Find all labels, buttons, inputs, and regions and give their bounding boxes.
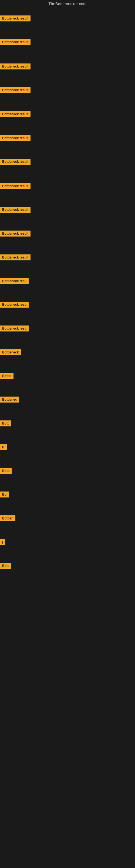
bottleneck-item-20: Bottl xyxy=(0,468,12,474)
bottleneck-item-21: Bo xyxy=(0,492,9,497)
bottleneck-badge-11: Bottleneck result xyxy=(0,254,31,260)
bottleneck-badge-16: Bottle xyxy=(0,373,13,379)
bottleneck-badge-20: Bottl xyxy=(0,468,12,474)
bottleneck-item-1: Bottleneck result xyxy=(0,16,31,22)
bottleneck-item-6: Bottleneck result xyxy=(0,135,31,141)
bottleneck-item-13: Bottleneck resu xyxy=(0,302,29,308)
bottleneck-item-16: Bottle xyxy=(0,373,13,379)
bottleneck-badge-17: Bottlenec xyxy=(0,397,19,403)
bottleneck-badge-24: Bott xyxy=(0,563,11,569)
bottleneck-badge-7: Bottleneck result xyxy=(0,159,31,165)
bottleneck-item-2: Bottleneck result xyxy=(0,39,31,45)
bottleneck-item-7: Bottleneck result xyxy=(0,159,31,165)
bottleneck-item-14: Bottleneck resu xyxy=(0,326,29,332)
bottleneck-badge-8: Bottleneck result xyxy=(0,183,31,189)
bottleneck-badge-10: Bottleneck result xyxy=(0,230,31,237)
bottleneck-badge-1: Bottleneck result xyxy=(0,16,31,22)
bottleneck-item-10: Bottleneck result xyxy=(0,230,31,237)
bottleneck-item-19: B xyxy=(0,444,7,450)
bottleneck-item-17: Bottlenec xyxy=(0,397,19,403)
bottleneck-badge-4: Bottleneck result xyxy=(0,87,31,93)
bottleneck-item-22: Bottlen xyxy=(0,516,15,521)
bottleneck-badge-12: Bottleneck resu xyxy=(0,278,29,284)
bottleneck-item-18: Bott xyxy=(0,421,11,426)
bottleneck-item-8: Bottleneck result xyxy=(0,183,31,189)
bottleneck-badge-15: Bottleneck xyxy=(0,349,21,355)
bottleneck-item-12: Bottleneck resu xyxy=(0,278,29,284)
bottleneck-item-3: Bottleneck result xyxy=(0,63,31,69)
bottleneck-item-15: Bottleneck xyxy=(0,349,21,355)
bottleneck-badge-9: Bottleneck result xyxy=(0,207,31,213)
bottleneck-badge-18: Bott xyxy=(0,421,11,426)
bottleneck-badge-19: B xyxy=(0,444,7,450)
bottleneck-item-24: Bott xyxy=(0,563,11,569)
bottleneck-item-11: Bottleneck result xyxy=(0,254,31,260)
bottleneck-item-9: Bottleneck result xyxy=(0,207,31,213)
bottleneck-item-4: Bottleneck result xyxy=(0,87,31,93)
bottleneck-badge-6: Bottleneck result xyxy=(0,135,31,141)
site-title: TheBottlenecker.com xyxy=(0,0,135,8)
bottleneck-badge-5: Bottleneck result xyxy=(0,111,31,117)
bottleneck-badge-2: Bottleneck result xyxy=(0,39,31,45)
bottleneck-item-23: | xyxy=(0,539,5,545)
bottleneck-badge-23: | xyxy=(0,539,5,545)
bottleneck-badge-22: Bottlen xyxy=(0,516,15,521)
bottleneck-item-5: Bottleneck result xyxy=(0,111,31,117)
bottleneck-badge-21: Bo xyxy=(0,492,9,497)
bottleneck-badge-3: Bottleneck result xyxy=(0,63,31,69)
bottleneck-badge-13: Bottleneck resu xyxy=(0,302,29,308)
bottleneck-badge-14: Bottleneck resu xyxy=(0,326,29,332)
